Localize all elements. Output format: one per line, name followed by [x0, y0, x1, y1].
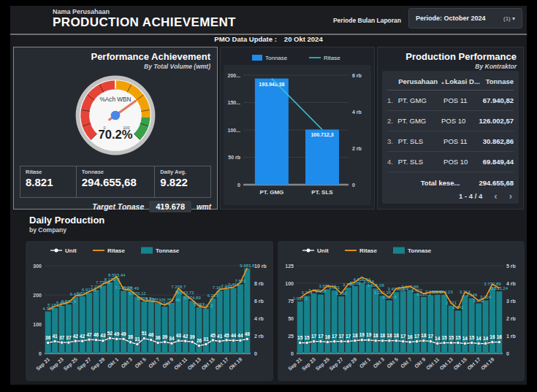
- unit-dot: [197, 344, 200, 347]
- production-table: Perusahaan▲ Lokasi D... Tonnase 1.PT. GM…: [382, 71, 519, 204]
- kpi-tonnase: Tonnase 294.655,68: [77, 166, 156, 197]
- x-tick-label: Sep 29: [90, 356, 106, 372]
- table-row[interactable]: 2.PT. GMGPOS 10126.002,57: [387, 111, 514, 131]
- table-cell: 4.: [387, 158, 398, 166]
- table-cell: 30.862,86: [483, 137, 514, 145]
- unit-dot: [463, 342, 466, 345]
- unit-dot: [156, 341, 159, 344]
- bar: [317, 294, 323, 353]
- x-tick: Sep 21: [35, 356, 51, 372]
- x-tick: Sep 27: [76, 356, 92, 372]
- daily-chart-left[interactable]: 010020030002 rb4 rb6 rb8 rb10 rb4.7855.1…: [26, 241, 273, 381]
- x-tick-label: Okt 19: [479, 356, 495, 371]
- unit-value-label: 43: [100, 333, 106, 338]
- unit-value-label: 19: [366, 332, 372, 337]
- unit-dot: [339, 339, 342, 342]
- x-tick: Okt 17: [214, 356, 229, 371]
- x-tick-label: Okt 11: [425, 356, 440, 370]
- table-cell: POS 11: [443, 96, 483, 104]
- bar-value-label: 193.943,38: [259, 82, 284, 88]
- production-performance-panel: Production Performance By Kontraktor Per…: [377, 47, 524, 210]
- unit-dot: [232, 339, 235, 342]
- bar: [400, 291, 405, 353]
- tonnase-by-company-chart[interactable]: 050 rb100...150...200...02 rb4 rb6 rb193…: [221, 49, 373, 208]
- x-tick-label: Okt 13: [187, 356, 202, 371]
- unit-value-label: 15: [448, 335, 454, 340]
- unit-dot: [456, 341, 459, 344]
- kpi-value: 8.821: [26, 176, 76, 188]
- bar: [94, 290, 99, 353]
- x-tick-label: Sep 25: [63, 356, 79, 372]
- x-tick: Okt 17: [466, 356, 481, 371]
- right-tick: 2 rb: [254, 334, 264, 339]
- x-tick-label: Okt 1: [107, 356, 120, 369]
- unit-dot: [225, 339, 228, 342]
- unit-dot: [74, 339, 77, 342]
- bar: [427, 295, 433, 353]
- unit-value-label: 17: [400, 334, 406, 339]
- periode-label: Periode Bulan Laporan: [333, 17, 401, 24]
- unit-value-label: 18: [373, 333, 378, 338]
- left-tick: 100: [285, 281, 294, 286]
- unit-dot: [129, 341, 132, 344]
- periode-dropdown[interactable]: Periode: October 2024 (1) ▾: [408, 8, 522, 28]
- bar: [379, 296, 385, 353]
- x-tick: Okt 15: [200, 356, 216, 371]
- unit-dot: [305, 341, 308, 344]
- kpi-value: 294.655,68: [82, 176, 155, 188]
- unit-value-label: 18: [379, 333, 385, 338]
- tonnase-value-label: 2.957,3: [292, 296, 308, 301]
- left-tick: 150...: [227, 100, 240, 105]
- table-panel-subtitle: By Kontraktor: [475, 63, 517, 70]
- unit-dot: [205, 342, 207, 345]
- table-cell: 2.: [387, 117, 397, 125]
- table-cell: 1.: [387, 96, 398, 104]
- unit-dot: [353, 339, 356, 342]
- bar: [52, 308, 58, 353]
- unit-value-label: 49: [121, 331, 126, 337]
- unit-value-label: 18: [421, 333, 427, 338]
- tonnase-value-label: 6.476,12: [129, 291, 146, 296]
- unit-dot: [346, 339, 349, 342]
- unit-value-label: 34: [169, 336, 175, 341]
- col-lokasi[interactable]: Lokasi D...: [445, 77, 485, 85]
- periode-count: (1): [503, 15, 511, 22]
- left-tick: 300: [33, 264, 42, 269]
- unit-dot: [373, 339, 376, 342]
- x-tick-label: Okt 19: [228, 356, 243, 371]
- right-tick: 4 rb: [352, 109, 362, 115]
- kpi-label: Ritase: [26, 169, 76, 175]
- legend-tonnase-label: Tonnase: [156, 247, 180, 254]
- unit-value-label: 31: [134, 337, 140, 342]
- tonnase-value-label: 3.535,24: [490, 286, 508, 291]
- unit-dot: [108, 337, 111, 339]
- unit-value-label: 46: [94, 332, 99, 337]
- x-tick: Sep 23: [49, 356, 65, 372]
- col-tonnase[interactable]: Tonnase: [486, 77, 514, 85]
- unit-value-label: 17: [338, 334, 344, 339]
- legend-ritase-label: Ritase: [107, 247, 126, 254]
- col-perusahaan[interactable]: Perusahaan▲: [398, 77, 445, 85]
- x-tick-label: Okt 7: [400, 356, 413, 369]
- unit-value-label: 41: [217, 334, 223, 339]
- unit-value-label: 44: [237, 333, 243, 338]
- unit-dot: [60, 341, 63, 344]
- unit-dot: [401, 339, 404, 342]
- x-tick-label: Okt 15: [200, 356, 216, 371]
- page-prev-icon[interactable]: ‹: [494, 193, 497, 200]
- table-row[interactable]: 3.PT. SLSPOS 1130.862,86: [387, 131, 514, 152]
- unit-dot: [490, 340, 493, 343]
- unit-dot: [211, 339, 214, 342]
- bar: [414, 293, 419, 353]
- right-tick: 6 rb: [352, 73, 362, 78]
- table-row[interactable]: 1.PT. GMGPOS 1167.940,82: [387, 91, 514, 111]
- unit-value-label: 18: [352, 333, 358, 338]
- right-tick: 0: [254, 351, 257, 356]
- unit-dot: [67, 341, 70, 344]
- legend-unit-dot: [306, 249, 310, 253]
- daily-chart-right[interactable]: 025507510012501 rb2 rb3 rb4 rb5 rb2.957,…: [278, 241, 525, 381]
- page-next-icon[interactable]: ›: [509, 193, 512, 200]
- bar: [203, 309, 209, 353]
- table-row[interactable]: 4.PT. SLSPOS 1069.849,44: [387, 152, 514, 172]
- bar: [224, 289, 229, 353]
